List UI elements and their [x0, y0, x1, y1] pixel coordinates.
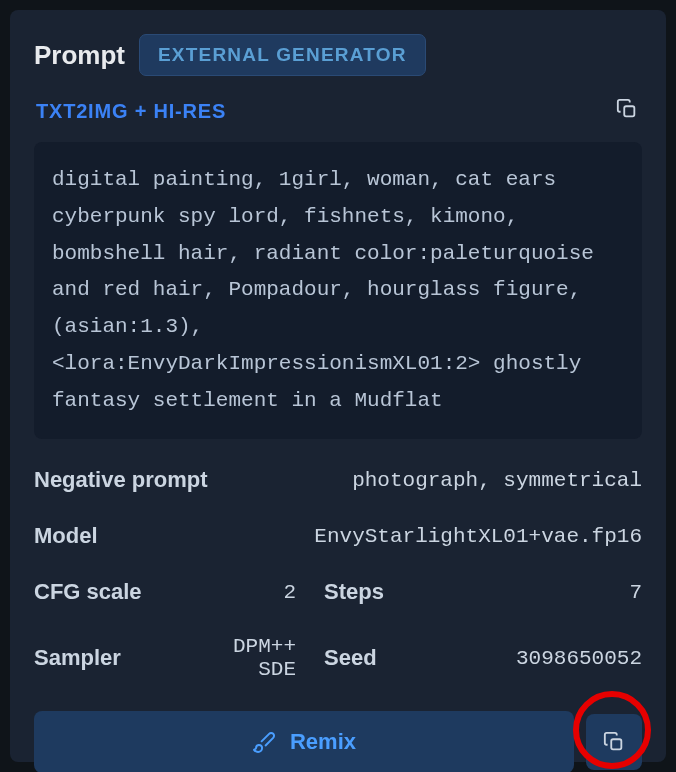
svg-rect-0 — [624, 106, 634, 116]
copy-generation-button[interactable] — [586, 714, 642, 770]
cfg-scale-value: 2 — [189, 581, 324, 604]
mode-badge: TXT2IMG + HI-RES — [34, 96, 228, 127]
sampler-seed-row: Sampler DPM++ SDE Seed 3098650052 — [34, 635, 642, 681]
steps-value: 7 — [424, 581, 642, 604]
copy-prompt-button[interactable] — [612, 94, 642, 128]
sampler-label: Sampler — [34, 645, 189, 671]
cfg-steps-row: CFG scale 2 Steps 7 — [34, 579, 642, 605]
cfg-scale-label: CFG scale — [34, 579, 189, 605]
brush-icon — [252, 730, 276, 754]
generator-badge: EXTERNAL GENERATOR — [139, 34, 426, 76]
svg-rect-1 — [611, 740, 621, 750]
action-row: Remix — [34, 711, 642, 772]
model-value: EnvyStarlightXL01+vae.fp16 — [98, 525, 642, 548]
negative-prompt-label: Negative prompt — [34, 467, 208, 493]
steps-label: Steps — [324, 579, 424, 605]
header-row: Prompt EXTERNAL GENERATOR — [34, 34, 642, 76]
model-label: Model — [34, 523, 98, 549]
negative-prompt-value: photograph, symmetrical — [208, 469, 642, 492]
seed-value: 3098650052 — [424, 647, 642, 670]
model-row: Model EnvyStarlightXL01+vae.fp16 — [34, 523, 642, 549]
copy-icon — [603, 731, 625, 753]
seed-label: Seed — [324, 645, 424, 671]
negative-prompt-row: Negative prompt photograph, symmetrical — [34, 467, 642, 493]
remix-button-label: Remix — [290, 729, 356, 755]
remix-button[interactable]: Remix — [34, 711, 574, 772]
prompt-title: Prompt — [34, 40, 125, 71]
subheader-row: TXT2IMG + HI-RES — [34, 94, 642, 128]
generation-info-panel: Prompt EXTERNAL GENERATOR TXT2IMG + HI-R… — [10, 10, 666, 762]
sampler-value: DPM++ SDE — [189, 635, 324, 681]
prompt-text-box[interactable]: digital painting, 1girl, woman, cat ears… — [34, 142, 642, 439]
